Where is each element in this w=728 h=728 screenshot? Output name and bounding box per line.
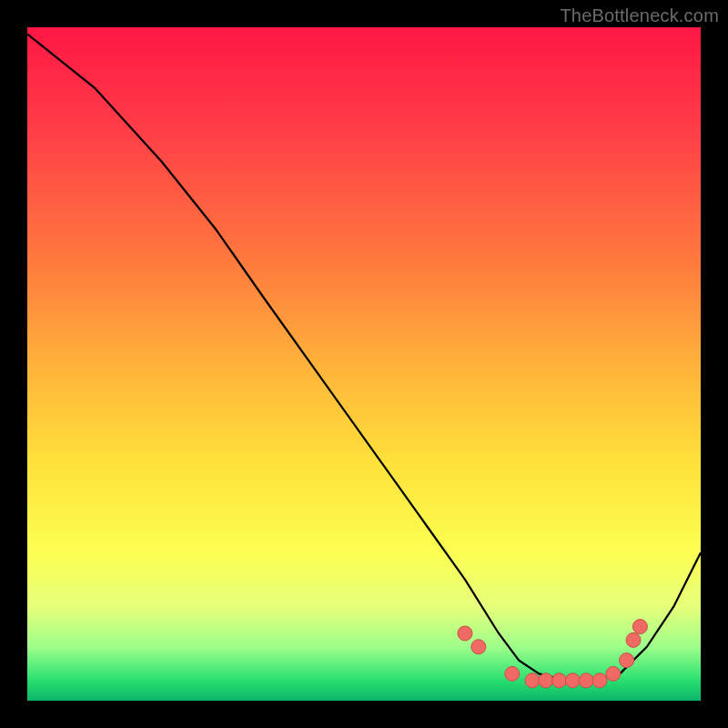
fit-point (505, 666, 520, 681)
watermark-label: TheBottleneck.com (560, 5, 719, 26)
fit-points-group (458, 620, 647, 688)
fit-point (626, 632, 641, 647)
fit-point (579, 673, 593, 688)
fit-point (620, 653, 634, 668)
bottleneck-curve (27, 34, 701, 680)
fit-point (525, 673, 540, 688)
fit-point (632, 620, 647, 634)
fit-point (552, 673, 567, 688)
chart-frame: TheBottleneck.com (0, 0, 728, 728)
fit-point (458, 626, 472, 641)
fit-point (565, 673, 580, 688)
chart-overlay (27, 27, 701, 701)
fit-point (606, 666, 621, 681)
fit-point (539, 673, 553, 688)
fit-point (471, 640, 486, 654)
fit-point (592, 673, 607, 688)
